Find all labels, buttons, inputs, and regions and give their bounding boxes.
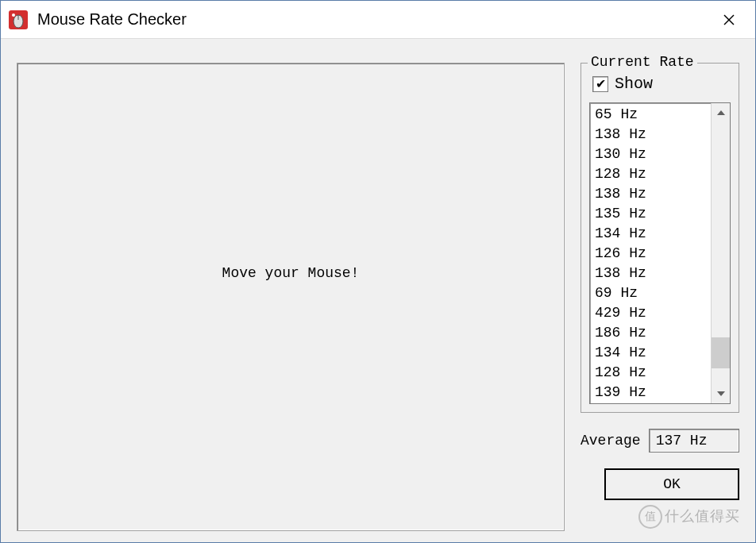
- mouse-tracking-area[interactable]: Move your Mouse!: [17, 63, 565, 531]
- list-item[interactable]: 128 Hz: [595, 363, 711, 383]
- ok-button-label: OK: [663, 476, 681, 492]
- list-item[interactable]: 139 Hz: [595, 383, 711, 402]
- average-row: Average 137 Hz: [580, 429, 739, 452]
- current-rate-group: Current Rate ✔ Show 65 Hz 138 Hz 130 Hz …: [580, 63, 739, 413]
- list-item[interactable]: 138 Hz: [595, 184, 711, 204]
- scroll-track[interactable]: [712, 122, 730, 384]
- side-panel: Current Rate ✔ Show 65 Hz 138 Hz 130 Hz …: [580, 63, 739, 531]
- list-item[interactable]: 65 Hz: [595, 105, 711, 125]
- list-item[interactable]: 138 Hz: [595, 264, 711, 283]
- scroll-up-icon[interactable]: [712, 103, 730, 122]
- rate-listbox[interactable]: 65 Hz 138 Hz 130 Hz 128 Hz 138 Hz 135 Hz…: [589, 102, 731, 404]
- scrollbar[interactable]: [711, 103, 730, 403]
- list-item[interactable]: 429 Hz: [595, 303, 711, 323]
- list-item[interactable]: 138 Hz: [595, 125, 711, 144]
- checkmark-icon: ✔: [596, 78, 606, 90]
- close-button[interactable]: [709, 1, 749, 39]
- list-item[interactable]: 128 Hz: [595, 164, 711, 184]
- list-item[interactable]: 126 Hz: [595, 244, 711, 264]
- instruction-text: Move your Mouse!: [222, 265, 360, 281]
- list-item[interactable]: 134 Hz: [595, 343, 711, 363]
- app-window: Mouse Rate Checker Move your Mouse! Curr…: [0, 0, 756, 543]
- show-checkbox-label: Show: [615, 75, 653, 93]
- average-value: 137 Hz: [649, 429, 739, 452]
- show-checkbox[interactable]: ✔: [592, 76, 608, 92]
- list-item[interactable]: 135 Hz: [595, 204, 711, 224]
- list-item[interactable]: 186 Hz: [595, 323, 711, 343]
- content-area: Move your Mouse! Current Rate ✔ Show 65 …: [1, 39, 755, 543]
- ok-button[interactable]: OK: [604, 468, 739, 500]
- window-title: Mouse Rate Checker: [37, 10, 709, 29]
- show-checkbox-row: ✔ Show: [589, 75, 731, 93]
- scroll-down-icon[interactable]: [712, 384, 730, 403]
- list-item[interactable]: 130 Hz: [595, 144, 711, 164]
- app-icon: [7, 9, 29, 31]
- average-label: Average: [580, 433, 641, 449]
- list-item[interactable]: 69 Hz: [595, 283, 711, 303]
- titlebar: Mouse Rate Checker: [1, 1, 755, 39]
- svg-point-3: [12, 13, 15, 17]
- groupbox-label: Current Rate: [588, 54, 697, 70]
- scroll-thumb[interactable]: [712, 337, 730, 369]
- list-item[interactable]: 134 Hz: [595, 224, 711, 244]
- close-icon: [723, 14, 735, 25]
- rate-list: 65 Hz 138 Hz 130 Hz 128 Hz 138 Hz 135 Hz…: [590, 103, 711, 403]
